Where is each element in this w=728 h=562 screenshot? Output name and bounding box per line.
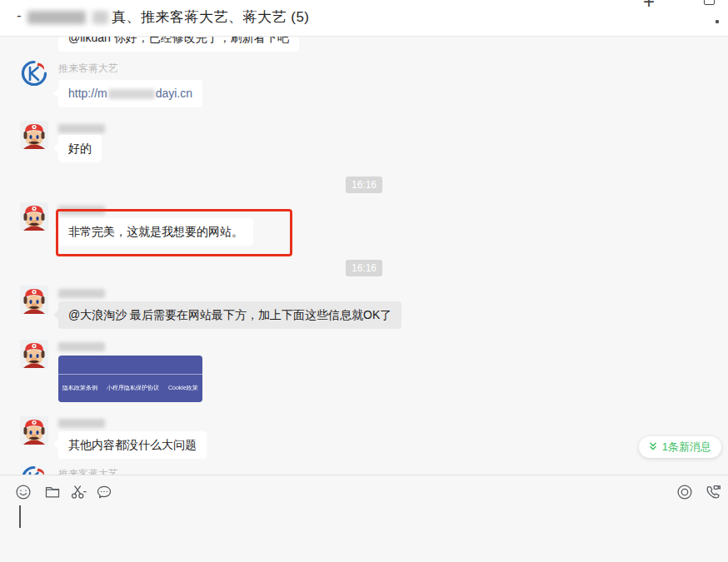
redacted-sender-name <box>58 206 105 215</box>
maximize-icon[interactable] <box>704 0 715 5</box>
emoji-icon[interactable] <box>15 484 32 500</box>
link-suffix: dayi.cn <box>156 87 192 100</box>
footer-link: 小程序隐私保护协议 <box>107 384 159 392</box>
screenshot-icon[interactable] <box>70 484 87 500</box>
sender-name: 推来客蒋大艺 <box>58 467 118 475</box>
redacted-sender-name <box>58 419 105 428</box>
input-panel <box>0 475 728 562</box>
record-icon[interactable] <box>676 484 693 500</box>
message-bubble-highlighted: @大浪淘沙 最后需要在网站最下方，加上下面这些信息就OK了 <box>58 301 401 329</box>
chat-title: 真、推来客蒋大艺、蒋大艺 (5) <box>112 7 310 27</box>
footer-link: Cookie政策 <box>168 384 198 392</box>
avatar[interactable] <box>20 416 48 445</box>
timestamp-badge: 16:16 <box>346 177 382 193</box>
message-bubble: 其他内容都没什么大问题 <box>58 431 207 459</box>
double-chevron-down-icon <box>647 441 659 453</box>
chat-history-icon[interactable] <box>96 484 112 500</box>
scrollbar-dot <box>716 20 719 23</box>
image-message-website-footer[interactable]: 隐私政策条例 小程序隐私保护协议 Cookie政策 备 <box>58 356 202 402</box>
wechat-chat-window: @likuan 你好，已经修改完了，刷新看下吧 推来客蒋大艺 http://md… <box>0 0 728 562</box>
avatar[interactable] <box>20 465 48 475</box>
add-icon[interactable]: + <box>643 0 655 13</box>
timestamp-badge: 16:16 <box>346 260 382 276</box>
text-cursor <box>19 505 21 528</box>
company-logo-icon <box>20 59 48 87</box>
message-bubble: 非常完美，这就是我想要的网站。 <box>58 218 253 246</box>
footer-divider-line <box>58 374 202 375</box>
mario-avatar-icon <box>20 121 48 149</box>
redacted-sender-name <box>58 124 105 133</box>
video-call-icon[interactable] <box>705 484 721 500</box>
chat-message-area[interactable]: @likuan 你好，已经修改完了，刷新看下吧 推来客蒋大艺 http://md… <box>0 0 728 475</box>
company-logo-icon <box>20 465 48 475</box>
avatar[interactable] <box>20 286 48 314</box>
redacted-link-segment <box>108 89 155 99</box>
mario-avatar-icon <box>20 202 48 231</box>
message-bubble: 好的 <box>58 135 102 162</box>
redacted-sender-name <box>58 342 105 351</box>
link-message[interactable]: http://mdayi.cn <box>58 80 202 107</box>
avatar[interactable] <box>20 59 48 87</box>
redacted-title-segment <box>92 11 108 24</box>
avatar[interactable] <box>20 202 48 231</box>
new-message-label: 1条新消息 <box>662 440 711 455</box>
avatar[interactable] <box>20 121 48 149</box>
new-message-button[interactable]: 1条新消息 <box>639 436 721 458</box>
footer-link: 隐私政策条例 <box>62 384 97 392</box>
chat-title-bar: - 真、推来客蒋大艺、蒋大艺 (5) + <box>0 0 728 37</box>
link-prefix: http://m <box>68 87 107 100</box>
sender-name: 推来客蒋大艺 <box>58 62 118 76</box>
title-dash: - <box>17 7 22 24</box>
redacted-title-segment <box>27 11 86 24</box>
mario-avatar-icon <box>20 286 48 314</box>
avatar[interactable] <box>20 340 48 368</box>
mario-avatar-icon <box>20 416 48 445</box>
mario-avatar-icon <box>20 340 48 368</box>
redacted-sender-name <box>58 289 105 298</box>
folder-icon[interactable] <box>44 484 61 500</box>
message-input[interactable] <box>0 502 728 562</box>
